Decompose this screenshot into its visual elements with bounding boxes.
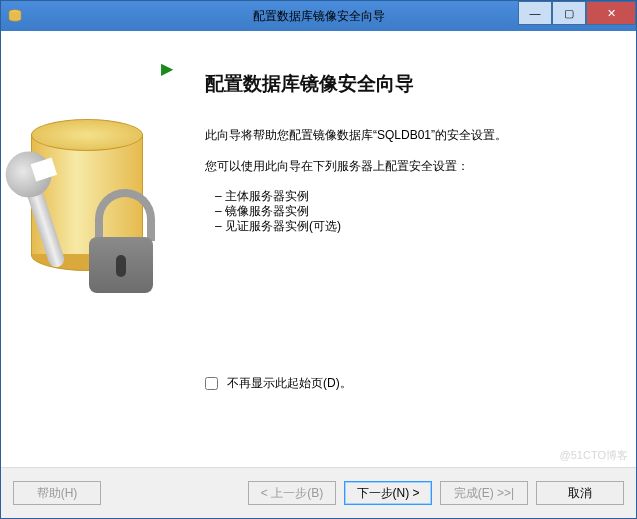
window-controls: — ▢ ✕ bbox=[518, 1, 636, 31]
help-button[interactable]: 帮助(H) bbox=[13, 481, 101, 505]
minimize-button[interactable]: — bbox=[518, 1, 552, 25]
bullet-principal: 主体服务器实例 bbox=[215, 189, 616, 204]
right-pane: 配置数据库镜像安全向导 此向导将帮助您配置镜像数据库“SQLDB01”的安全设置… bbox=[171, 49, 616, 467]
watermark: @51CTO博客 bbox=[560, 448, 628, 463]
servers-intro-text: 您可以使用此向导在下列服务器上配置安全设置： bbox=[205, 158, 616, 175]
cancel-button[interactable]: 取消 bbox=[536, 481, 624, 505]
back-button[interactable]: < 上一步(B) bbox=[248, 481, 336, 505]
wizard-window: 配置数据库镜像安全向导 — ▢ ✕ ▶ 配置数据库镜像安全向导 此向导将帮助您配… bbox=[0, 0, 637, 519]
button-bar: 帮助(H) < 上一步(B) 下一步(N) > 完成(E) >>| 取消 bbox=[1, 467, 636, 518]
maximize-button[interactable]: ▢ bbox=[552, 1, 586, 25]
content-area: ▶ 配置数据库镜像安全向导 此向导将帮助您配置镜像数据库“SQLDB01”的安全… bbox=[1, 31, 636, 518]
server-list: 主体服务器实例 镜像服务器实例 见证服务器实例(可选) bbox=[215, 189, 616, 234]
page-heading: 配置数据库镜像安全向导 bbox=[205, 71, 616, 97]
wizard-graphic bbox=[21, 89, 171, 329]
skip-start-page-label[interactable]: 不再显示此起始页(D)。 bbox=[227, 375, 352, 392]
finish-button[interactable]: 完成(E) >>| bbox=[440, 481, 528, 505]
app-icon bbox=[7, 8, 23, 24]
intro-text: 此向导将帮助您配置镜像数据库“SQLDB01”的安全设置。 bbox=[205, 127, 616, 144]
titlebar: 配置数据库镜像安全向导 — ▢ ✕ bbox=[1, 1, 636, 31]
bullet-witness: 见证服务器实例(可选) bbox=[215, 219, 616, 234]
close-button[interactable]: ✕ bbox=[586, 1, 636, 25]
play-arrow-icon: ▶ bbox=[161, 59, 173, 78]
skip-start-page-checkbox[interactable] bbox=[205, 377, 218, 390]
bullet-mirror: 镜像服务器实例 bbox=[215, 204, 616, 219]
skip-start-page-row: 不再显示此起始页(D)。 bbox=[201, 374, 352, 393]
next-button[interactable]: 下一步(N) > bbox=[344, 481, 432, 505]
main-panel: ▶ 配置数据库镜像安全向导 此向导将帮助您配置镜像数据库“SQLDB01”的安全… bbox=[1, 31, 636, 467]
